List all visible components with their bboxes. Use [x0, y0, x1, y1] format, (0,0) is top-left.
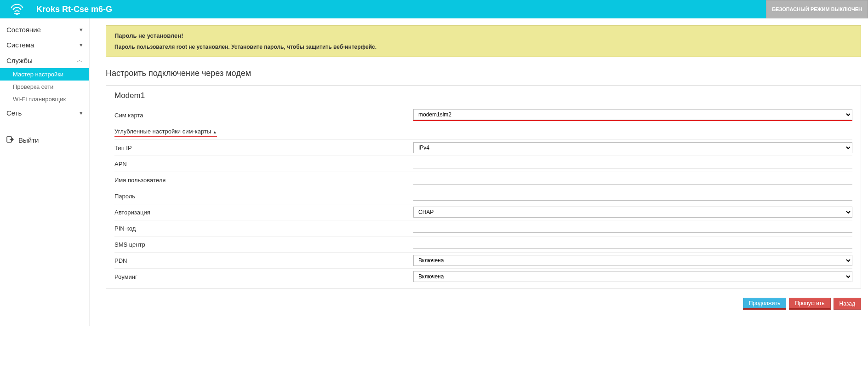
wifi-logo-icon — [9, 3, 25, 16]
password-input[interactable] — [413, 191, 852, 201]
ip-type-select[interactable]: IPv4 — [413, 142, 852, 153]
apn-input[interactable] — [413, 159, 852, 168]
modem-title: Modem1 — [114, 91, 852, 100]
back-label: Назад — [839, 300, 855, 307]
sidebar-item-status[interactable]: Состояние ▾ — [0, 22, 89, 37]
sms-center-label: SMS центр — [114, 241, 413, 248]
pdn-select[interactable]: Включена — [413, 255, 852, 266]
sidebar-sub-network-check[interactable]: Проверка сети — [0, 81, 89, 93]
apn-label: APN — [114, 161, 413, 167]
footer-buttons: Продолжить Пропустить Назад — [106, 298, 861, 310]
row-pdn: PDN Включена — [114, 252, 852, 268]
logout-button[interactable]: Выйти — [0, 132, 89, 148]
modem-panel: Modem1 Сим карта modem1sim2 Углубленные … — [106, 85, 861, 289]
pdn-label: PDN — [114, 257, 413, 264]
password-warning: Пароль не установлен! Пароль пользовател… — [106, 25, 861, 57]
sms-center-input[interactable] — [413, 240, 852, 249]
password-label: Пароль — [114, 193, 413, 200]
auth-label: Авторизация — [114, 209, 413, 216]
sidebar: Состояние ▾ Система ▾ Службы ︿ Мастер на… — [0, 18, 90, 326]
row-ip-type: Тип IP IPv4 — [114, 139, 852, 156]
skip-label: Пропустить — [795, 300, 824, 306]
row-sms-center: SMS центр — [114, 236, 852, 252]
safe-mode-button[interactable]: БЕЗОПАСНЫЙ РЕЖИМ ВЫКЛЮЧЕН — [766, 0, 868, 18]
advanced-sim-label: Углубленные настройки сим-карты — [114, 128, 211, 135]
sidebar-sub-label: Проверка сети — [13, 83, 53, 90]
row-auth: Авторизация CHAP — [114, 204, 852, 220]
row-password: Пароль — [114, 188, 852, 204]
sidebar-sub-label: Мастер настройки — [13, 71, 63, 78]
sidebar-item-label: Система — [6, 41, 34, 49]
roaming-select[interactable]: Включена — [413, 271, 852, 282]
warning-body: Пароль пользователя root не установлен. … — [114, 44, 852, 50]
logout-icon — [6, 136, 14, 144]
sidebar-item-network[interactable]: Сеть ▾ — [0, 105, 89, 121]
auth-select[interactable]: CHAP — [413, 207, 852, 218]
product-title: Kroks Rt-Cse m6-G — [36, 5, 112, 14]
chevron-down-icon: ▾ — [80, 110, 83, 116]
page-title: Настроить подключение через модем — [106, 69, 861, 78]
triangle-up-icon: ▲ — [213, 130, 217, 134]
sidebar-item-label: Службы — [6, 57, 33, 64]
sidebar-item-label: Сеть — [6, 109, 22, 117]
pin-input[interactable] — [413, 224, 852, 233]
top-bar: Kroks Rt-Cse m6-G БЕЗОПАСНЫЙ РЕЖИМ ВЫКЛЮ… — [0, 0, 868, 18]
pin-label: PIN-код — [114, 225, 413, 232]
continue-button[interactable]: Продолжить — [743, 298, 787, 310]
chevron-down-icon: ▾ — [80, 41, 83, 48]
sim-card-select[interactable]: modem1sim2 — [413, 109, 852, 120]
sidebar-sub-setup-wizard[interactable]: Мастер настройки — [0, 68, 89, 81]
row-apn: APN — [114, 156, 852, 172]
advanced-sim-toggle[interactable]: Углубленные настройки сим-карты ▲ — [114, 127, 217, 137]
row-username: Имя пользователя — [114, 172, 852, 188]
username-label: Имя пользователя — [114, 177, 413, 184]
sidebar-sub-label: Wi-Fi планировщик — [13, 96, 66, 103]
row-roaming: Роуминг Включена — [114, 268, 852, 284]
chevron-down-icon: ▾ — [80, 26, 83, 33]
continue-label: Продолжить — [749, 300, 781, 306]
back-button[interactable]: Назад — [834, 298, 861, 310]
sidebar-item-label: Состояние — [6, 26, 41, 34]
username-input[interactable] — [413, 175, 852, 185]
row-sim-card: Сим карта modem1sim2 — [114, 107, 852, 123]
skip-button[interactable]: Пропустить — [789, 298, 830, 310]
roaming-label: Роуминг — [114, 273, 413, 280]
chevron-up-icon: ︿ — [77, 56, 83, 64]
sidebar-sub-wifi-scheduler[interactable]: Wi-Fi планировщик — [0, 93, 89, 105]
sidebar-item-system[interactable]: Система ▾ — [0, 37, 89, 52]
logout-label: Выйти — [18, 136, 39, 144]
ip-type-label: Тип IP — [114, 144, 413, 151]
sidebar-item-services[interactable]: Службы ︿ — [0, 52, 89, 68]
warning-title: Пароль не установлен! — [114, 32, 852, 39]
sim-card-label: Сим карта — [114, 112, 413, 119]
row-pin: PIN-код — [114, 220, 852, 236]
main-content: Пароль не установлен! Пароль пользовател… — [90, 18, 868, 326]
